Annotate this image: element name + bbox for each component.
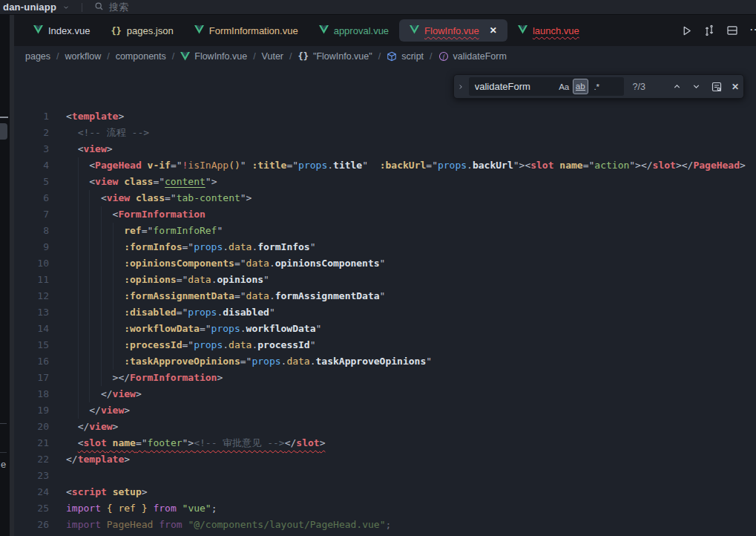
project-menu[interactable]: dan-uniapp <box>3 1 56 13</box>
token: FormInformation <box>130 372 217 383</box>
token: " <box>269 307 275 318</box>
line-number: 13 <box>14 304 49 321</box>
regex-button[interactable]: .* <box>589 79 605 94</box>
token: > <box>113 421 119 432</box>
line-number: 14 <box>14 321 49 337</box>
token: props <box>194 339 223 350</box>
code-line: 16:taskApproveOpinions="props.data.taskA… <box>14 353 756 370</box>
toggle-replace-button[interactable] <box>454 75 467 98</box>
code-line: 15:processId="props.data.processId" <box>14 337 756 353</box>
code-area[interactable]: 1<template>2<!-- 流程 -->3<view>4<PageHead… <box>14 67 756 533</box>
indent-guide <box>89 223 101 239</box>
run-button[interactable] <box>681 25 692 36</box>
token <box>177 503 183 514</box>
token: view <box>89 421 112 432</box>
token: tab-content <box>177 192 240 203</box>
line-number: 26 <box>14 517 49 533</box>
token: </ <box>66 454 78 465</box>
title-bar: dan-uniapp 搜索 <box>0 0 756 15</box>
find-in-selection-button[interactable] <box>711 81 723 93</box>
token: processId <box>257 339 309 350</box>
tab-approval-vue[interactable]: approval.vue <box>309 19 399 42</box>
breadcrumb-label: workflow <box>65 51 102 62</box>
token: props <box>438 160 467 171</box>
tab-pages-json[interactable]: {}pages.json <box>100 19 183 42</box>
token: props <box>194 241 223 252</box>
breadcrumb-label: pages <box>25 51 50 62</box>
breadcrumb-item-workflow[interactable]: workflow <box>64 51 103 62</box>
token: =" <box>165 192 177 203</box>
token: =" <box>177 274 188 285</box>
token: name <box>113 437 136 448</box>
line-number: 25 <box>14 500 49 517</box>
next-match-button[interactable] <box>691 82 701 91</box>
previous-match-button[interactable] <box>672 82 682 91</box>
close-tab-icon[interactable]: ✕ <box>490 25 497 36</box>
split-editor-button[interactable] <box>726 24 738 36</box>
indent-guide <box>113 223 125 239</box>
close-find-icon[interactable]: ✕ <box>732 82 739 92</box>
hidden-panel-handle[interactable] <box>0 123 7 140</box>
more-actions-button[interactable]: ⋯ <box>749 22 756 39</box>
token: ></ <box>113 372 130 383</box>
indent-guide <box>66 223 78 239</box>
breadcrumb-item-validateform[interactable]: fvalidateForm <box>437 51 508 62</box>
token: PageHead <box>107 519 154 530</box>
tab-label: FlowInfo.vue <box>424 25 479 36</box>
token: backUrl <box>473 160 513 171</box>
token: . <box>327 160 333 171</box>
tab-flowinfo-vue[interactable]: FlowInfo.vue✕ <box>399 19 507 42</box>
breadcrumb-separator: / <box>289 51 292 62</box>
code-line: 26import PageHead from "@/components/lay… <box>14 517 756 533</box>
indent-guide <box>66 190 78 206</box>
indent-guide <box>66 239 78 255</box>
token: " <box>310 241 316 252</box>
breadcrumb-item-pages[interactable]: pages <box>24 51 52 62</box>
indent-guide <box>113 321 125 337</box>
token: </ <box>101 388 113 399</box>
token: . <box>269 258 275 269</box>
token: props <box>298 160 327 171</box>
tab-label: pages.json <box>127 25 174 36</box>
tab-launch-vue[interactable]: launch.vue <box>507 19 590 42</box>
token: < <box>66 111 72 122</box>
code-line: 18</view> <box>14 386 756 402</box>
code-editor[interactable]: Aa ab .* ?/3 ✕ <box>14 67 756 536</box>
token <box>130 192 136 203</box>
line-number: 3 <box>14 141 49 157</box>
token: :formInfos <box>124 241 182 252</box>
token: ; <box>386 519 392 530</box>
whole-word-button[interactable]: ab <box>573 79 588 94</box>
breadcrumb-item-script[interactable]: script <box>385 51 425 62</box>
token: > <box>118 111 124 122</box>
token: data <box>246 290 269 301</box>
breadcrumb-item--flowinfo-vue-[interactable]: {}"FlowInfo.vue" <box>297 51 374 62</box>
code-line: 20</view> <box>14 419 756 435</box>
match-case-button[interactable]: Aa <box>556 79 572 94</box>
breadcrumb-item-flowinfo-vue[interactable]: FlowInfo.vue <box>179 51 249 62</box>
breadcrumb-item-vuter[interactable]: Vuter <box>260 51 285 62</box>
code-line: 2<!-- 流程 --> <box>14 125 756 141</box>
tab-forminformation-vue[interactable]: FormInformation.vue <box>184 19 309 42</box>
line-number: 20 <box>14 419 49 435</box>
breadcrumb-item-components[interactable]: components <box>114 51 168 62</box>
find-input[interactable] <box>469 81 556 92</box>
tab-label: FormInformation.vue <box>209 25 298 36</box>
tab-index-vue[interactable]: Index.vue <box>23 19 100 42</box>
line-number: 8 <box>14 223 49 239</box>
compare-changes-button[interactable] <box>703 24 715 36</box>
indent-guide <box>66 255 78 272</box>
token: "> <box>240 192 252 203</box>
vue-icon <box>180 52 190 61</box>
token: :disabled <box>124 307 176 318</box>
indent-guide <box>78 206 90 223</box>
token: =" <box>200 323 211 334</box>
line-content: <view> <box>66 141 113 157</box>
global-search[interactable]: 搜索 <box>94 1 128 14</box>
line-number: 12 <box>14 288 49 304</box>
line-content: <FormInformation <box>66 206 206 223</box>
token: =" <box>171 160 183 171</box>
indent-guide <box>89 353 101 370</box>
line-content: import { ref } from "vue"; <box>66 500 217 517</box>
line-content: </view> <box>66 386 142 402</box>
